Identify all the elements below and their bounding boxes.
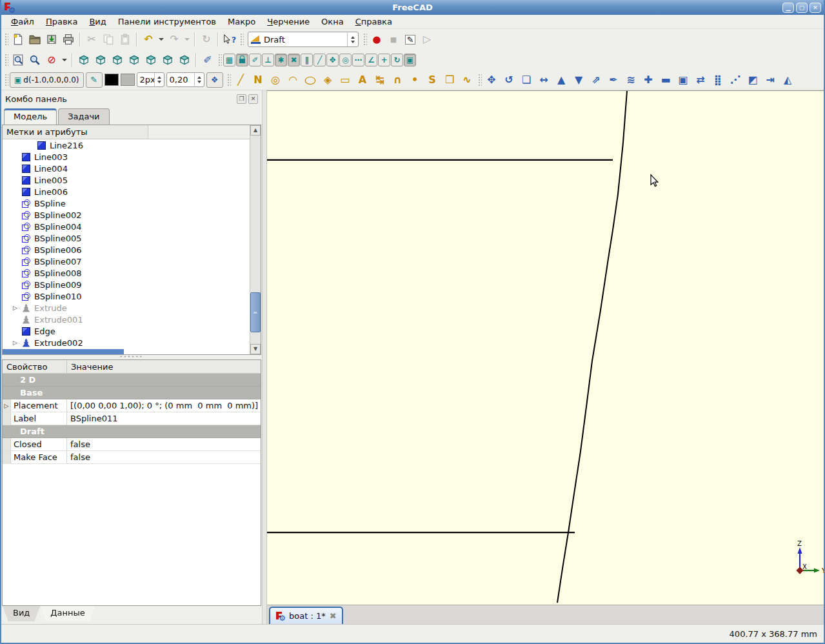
tree-item-bspline008[interactable]: BSpline008 [3,267,250,279]
measure-distance-button[interactable]: ✐ [199,52,216,68]
refresh-button[interactable]: ↻ [198,31,215,48]
draft-mirror-button[interactable]: ◭ [779,72,797,88]
draft-upgrade-button[interactable]: ▲ [553,72,570,88]
fit-all-button[interactable] [10,52,26,68]
undo-dropdown[interactable] [159,38,164,41]
draft-scale-button[interactable]: ⇗ [588,72,605,88]
close-button[interactable]: ✕ [810,3,821,13]
spin-arrows-icon[interactable] [154,73,164,86]
right-view-button[interactable] [126,52,143,68]
property-expander[interactable] [3,412,11,425]
tree-item-bspline[interactable]: BSpline [3,197,250,209]
tree-item-extrude002[interactable]: ▷ Extrude002 [3,337,250,348]
copy-button[interactable] [100,31,117,48]
draft-subelement-button[interactable]: ⇥ [762,72,779,88]
prop-row-placement[interactable]: ▷ Placement [(0,00 0,00 1,00); 0 °; (0 m… [3,399,261,412]
property-expander[interactable]: ▷ [3,399,11,412]
top-view-button[interactable] [109,52,126,68]
draft-move-button[interactable]: ✥ [483,72,501,88]
toolbar-grip[interactable] [4,53,8,67]
prop-group-draft[interactable]: Draft [3,425,261,438]
tree-item-line003[interactable]: Line003 [3,151,250,163]
tab-model[interactable]: Модель [4,108,57,125]
property-value[interactable]: false [67,451,261,463]
save-button[interactable] [43,31,60,48]
tree-item-selected-partial[interactable] [3,349,124,354]
float-panel-button[interactable]: ❐ [237,94,246,104]
tab-view-properties[interactable]: Вид [3,606,40,621]
construction-mode-button[interactable]: ✎ [86,72,103,88]
snap-midpoint-button[interactable]: + [378,54,390,66]
property-expander[interactable] [3,387,11,399]
3d-view[interactable]: Z X Y [267,90,824,605]
menu-view[interactable]: Вид [83,15,112,28]
draft-text-button[interactable]: A [354,72,372,88]
property-expander[interactable] [3,425,11,438]
print-button[interactable] [60,31,77,48]
close-panel-button[interactable]: ✕ [248,94,258,104]
line-color-swatch[interactable] [104,74,119,86]
prop-row-closed[interactable]: Closed false [3,438,261,451]
left-view-button[interactable] [176,52,193,68]
menu-toolbars[interactable]: Панели инструментов [112,15,222,28]
tree-item-line006[interactable]: Line006 [3,186,250,197]
tree-item-bspline009[interactable]: BSpline009 [3,279,250,290]
axonometric-view-button[interactable] [75,52,92,68]
property-value[interactable]: BSpline011 [67,412,261,425]
face-color-swatch[interactable] [121,74,135,86]
document-tab-boat[interactable]: boat : 1* ✖ [269,607,343,624]
draft-polygon-button[interactable]: ◈ [319,72,337,88]
tab-data-properties[interactable]: Данные [40,606,95,621]
toolbar-grip[interactable] [363,32,367,46]
tree-item-bspline007[interactable]: BSpline007 [3,256,250,267]
line-width-spinbox[interactable]: 2px [137,72,164,87]
toolbar-grip[interactable] [4,73,8,87]
draft-line-button[interactable]: ╱ [232,72,250,88]
menu-draft[interactable]: Черчение [261,15,315,28]
draft-circle-button[interactable]: ◎ [267,72,284,88]
tree-item-extrude001[interactable]: Extrude001 [3,314,250,325]
tree-expander[interactable]: ▷ [13,305,22,311]
whatsthis-button[interactable]: ? [221,31,238,48]
tab-close-icon[interactable]: ✖ [330,611,337,621]
prop-group-base[interactable]: Base [3,387,261,399]
maximize-button[interactable]: ▢ [796,3,808,13]
draw-style-button[interactable]: ⊘ [43,52,60,68]
front-view-button[interactable] [92,52,109,68]
draft-shape2dview-button[interactable]: ▣ [675,72,692,88]
draft-trimex-button[interactable]: ↔ [535,72,553,88]
snap-endpoint-button[interactable]: ✐ [249,54,261,66]
menu-edit[interactable]: Правка [40,15,83,28]
open-file-button[interactable] [26,31,43,48]
draft-ellipse-button[interactable]: ○ [302,72,319,88]
draft-rotate-button[interactable]: ↺ [501,72,518,88]
draft-draft2sketch-button[interactable]: ⇄ [692,72,710,88]
paste-button[interactable] [117,31,134,48]
snap-extension-button[interactable]: ╱ [313,54,326,66]
snap-parallel-button[interactable]: ∥ [301,54,313,66]
prop-row-label[interactable]: Label BSpline011 [3,412,261,425]
tree-item-line005[interactable]: Line005 [3,174,250,186]
draft-bezier-button[interactable]: ∿ [459,72,476,88]
menu-macro[interactable]: Макро [222,15,261,28]
draft-patharray-button[interactable]: ⋰ [727,72,744,88]
tree-item-line216[interactable]: Line216 [3,139,250,151]
draft-dimension-button[interactable]: ↹ [372,72,389,88]
prop-group-2d[interactable]: 2 D [3,374,261,387]
working-plane-button-tray[interactable]: ▣ d(-1.0,0.0,0.0) [10,72,84,88]
scroll-track[interactable]: ≡ [250,136,261,344]
rear-view-button[interactable] [143,52,159,68]
macro-play-button[interactable]: ▷ [419,31,435,48]
draft-shapestring-button[interactable]: S [424,72,441,88]
draft-delpoint-button[interactable]: ▬ [657,72,675,88]
tree-item-bspline006[interactable]: BSpline006 [3,244,250,256]
snap-concentric-button[interactable]: ◎ [339,54,352,66]
menu-help[interactable]: Справка [350,15,398,28]
tree-item-edge[interactable]: Edge [3,325,250,337]
zoom-selection-button[interactable] [26,52,43,68]
tree-header-label[interactable]: Метки и атрибуты [3,125,148,139]
macro-stop-button[interactable]: ■ [385,31,402,48]
draft-downgrade-button[interactable]: ▼ [570,72,588,88]
workbench-selector[interactable]: Draft [248,32,359,47]
toolbar-grip[interactable] [4,32,8,46]
